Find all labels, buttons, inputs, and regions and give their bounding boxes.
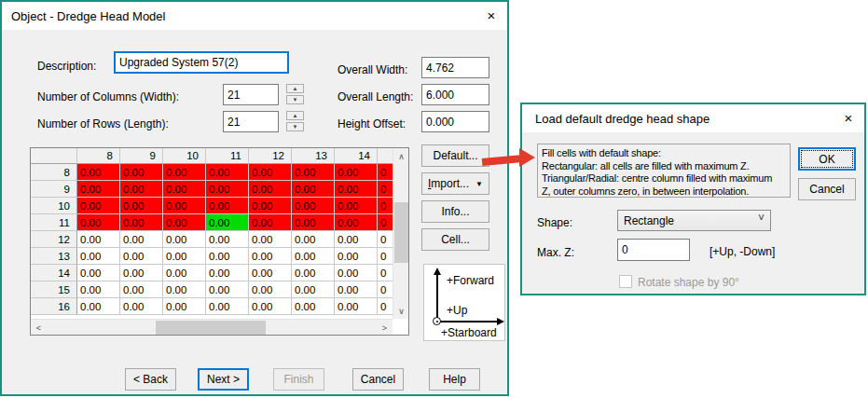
grid-cell[interactable]: 0.00 <box>335 181 378 198</box>
grid-cell[interactable]: 0.00 <box>335 281 378 298</box>
grid-cell-clipped[interactable]: 0 <box>378 265 393 281</box>
max-z-input[interactable]: 0 <box>617 239 690 261</box>
column-header[interactable]: 12 <box>249 148 292 164</box>
rows-input[interactable]: 21 <box>223 111 279 132</box>
import-button[interactable]: Import... ▼ <box>421 172 489 195</box>
grid-cell[interactable]: 0.00 <box>249 214 292 231</box>
grid-cell[interactable]: 0.00 <box>249 281 292 298</box>
scroll-down-button[interactable]: ∨ <box>393 303 409 319</box>
cell-button[interactable]: Cell... <box>421 228 489 251</box>
grid-cell[interactable]: 0.00 <box>77 164 120 181</box>
description-input[interactable]: Upgraded System 57(2) <box>114 51 289 74</box>
row-header[interactable]: 9 <box>31 181 77 198</box>
grid-cell[interactable]: 0.00 <box>335 248 378 265</box>
grid-cell[interactable]: 0.00 <box>163 181 206 198</box>
overall-length-input[interactable]: 6.000 <box>421 84 489 105</box>
grid-cell[interactable]: 0.00 <box>77 198 120 214</box>
grid-cell[interactable]: 0.00 <box>163 298 206 315</box>
grid-cell[interactable]: 0.00 <box>249 265 292 281</box>
grid-cell[interactable]: 0.00 <box>163 214 206 231</box>
spin-up-button[interactable]: ▲ <box>286 84 304 93</box>
height-offset-input[interactable]: 0.000 <box>421 111 489 132</box>
grid-cell[interactable]: 0.00 <box>120 164 163 181</box>
grid-cell[interactable]: 0.00 <box>163 248 206 265</box>
spin-up-button[interactable]: ▲ <box>286 111 304 120</box>
horizontal-scrollbar[interactable]: < > <box>31 319 393 335</box>
scroll-left-button[interactable]: < <box>31 320 47 336</box>
column-header[interactable]: 8 <box>77 148 120 164</box>
grid-cell[interactable]: 0.00 <box>292 265 335 281</box>
grid-cell[interactable]: 0.00 <box>77 231 120 248</box>
row-header[interactable]: 14 <box>31 265 77 281</box>
grid-cell-clipped[interactable]: 0 <box>378 298 393 315</box>
grid-cell[interactable]: 0.00 <box>120 214 163 231</box>
close-button[interactable]: × <box>475 2 507 29</box>
grid-cell[interactable]: 0.00 <box>249 231 292 248</box>
ok-button[interactable]: OK <box>798 147 856 171</box>
grid-cell[interactable]: 0.00 <box>206 231 249 248</box>
grid-cell[interactable]: 0.00 <box>292 231 335 248</box>
grid-cell[interactable]: 0.00 <box>335 298 378 315</box>
grid-cell[interactable]: 0.00 <box>163 231 206 248</box>
grid-cell-clipped[interactable]: 0 <box>378 281 393 298</box>
grid-cell[interactable]: 0.00 <box>206 198 249 214</box>
grid-cell[interactable]: 0.00 <box>206 181 249 198</box>
grid-cell[interactable]: 0.00 <box>292 214 335 231</box>
grid-cell[interactable]: 0.00 <box>77 298 120 315</box>
grid-cell-clipped[interactable]: 0 <box>378 231 393 248</box>
grid-cell[interactable]: 0.00 <box>77 181 120 198</box>
row-header[interactable]: 8 <box>31 164 77 181</box>
grid-cell[interactable]: 0.00 <box>120 248 163 265</box>
grid-cell[interactable]: 0.00 <box>77 281 120 298</box>
cancel-button[interactable]: Cancel <box>352 368 404 391</box>
scroll-right-button[interactable]: > <box>377 320 393 336</box>
grid-cell[interactable]: 0.00 <box>120 265 163 281</box>
row-header[interactable]: 16 <box>31 298 77 315</box>
back-button[interactable]: < Back <box>125 368 176 391</box>
row-header[interactable]: 12 <box>31 231 77 248</box>
grid-cell[interactable]: 0.00 <box>335 231 378 248</box>
grid-cell[interactable]: 0.00 <box>249 164 292 181</box>
dredge-cell-grid[interactable]: 891011121314 80.000.000.000.000.000.000.… <box>30 147 409 336</box>
grid-cell[interactable]: 0.00 <box>249 181 292 198</box>
shape-select[interactable]: Rectangle ˅ <box>617 210 771 231</box>
column-header[interactable]: 10 <box>163 148 206 164</box>
grid-cell[interactable]: 0.00 <box>292 248 335 265</box>
close-button[interactable]: × <box>833 104 864 131</box>
grid-cell[interactable]: 0.00 <box>206 265 249 281</box>
grid-cell[interactable]: 0.00 <box>120 281 163 298</box>
grid-cell[interactable]: 0.00 <box>120 298 163 315</box>
grid-cell[interactable]: 0.00 <box>292 198 335 214</box>
next-button[interactable]: Next > <box>198 368 249 391</box>
grid-cell[interactable]: 0.00 <box>120 198 163 214</box>
grid-cell[interactable]: 0.00 <box>163 281 206 298</box>
grid-cell-clipped[interactable]: 0 <box>378 164 393 181</box>
grid-cell[interactable]: 0.00 <box>292 164 335 181</box>
columns-input[interactable]: 21 <box>223 84 279 105</box>
help-button[interactable]: Help <box>429 368 480 391</box>
grid-cell[interactable]: 0.00 <box>163 198 206 214</box>
grid-cell[interactable]: 0.00 <box>163 164 206 181</box>
info-button[interactable]: Info... <box>421 200 489 223</box>
horizontal-scroll-thumb[interactable] <box>156 321 266 335</box>
grid-cell[interactable]: 0.00 <box>206 248 249 265</box>
row-header[interactable]: 15 <box>31 281 77 298</box>
grid-cell[interactable]: 0.00 <box>77 214 120 231</box>
spin-down-button[interactable]: ▼ <box>286 95 304 104</box>
row-header[interactable]: 11 <box>31 214 77 231</box>
grid-cell[interactable]: 0.00 <box>206 298 249 315</box>
scroll-up-button[interactable]: ∧ <box>393 148 409 164</box>
grid-cell[interactable]: 0.00 <box>120 231 163 248</box>
grid-cell[interactable]: 0.00 <box>206 164 249 181</box>
row-header[interactable]: 13 <box>31 248 77 265</box>
column-header[interactable]: 14 <box>335 148 378 164</box>
grid-cell[interactable]: 0.00 <box>335 214 378 231</box>
grid-cell[interactable]: 0.00 <box>292 281 335 298</box>
grid-cell[interactable]: 0.00 <box>77 265 120 281</box>
grid-cell[interactable]: 0.00 <box>206 214 249 231</box>
grid-cell[interactable]: 0.00 <box>335 198 378 214</box>
column-header[interactable]: 9 <box>120 148 163 164</box>
row-header[interactable]: 10 <box>31 198 77 214</box>
grid-cell-clipped[interactable]: 0 <box>378 181 393 198</box>
column-header[interactable]: 13 <box>292 148 335 164</box>
